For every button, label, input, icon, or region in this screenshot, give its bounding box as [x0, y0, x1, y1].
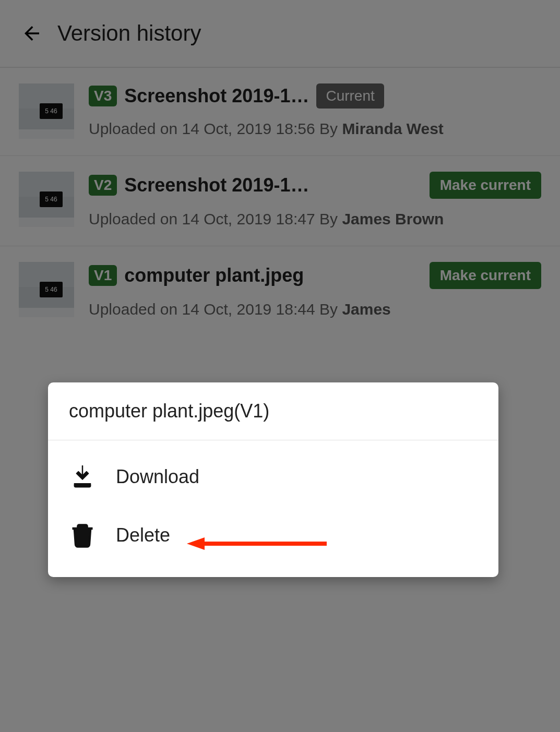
modal-scrim[interactable] [0, 0, 560, 732]
svg-rect-0 [75, 484, 90, 487]
menu-item-label: Delete [116, 524, 170, 546]
sheet-body: Download Delete [48, 440, 498, 577]
trash-icon [69, 522, 96, 549]
context-menu-sheet: computer plant.jpeg(V1) Download Delete [48, 382, 498, 577]
download-icon [69, 463, 96, 490]
sheet-title: computer plant.jpeg(V1) [69, 400, 269, 422]
download-menu-item[interactable]: Download [48, 448, 498, 506]
sheet-header: computer plant.jpeg(V1) [48, 382, 498, 440]
app-root: Version history 5 46 V3 Screenshot 2019-… [0, 0, 560, 732]
delete-menu-item[interactable]: Delete [48, 506, 498, 565]
menu-item-label: Download [116, 466, 199, 488]
